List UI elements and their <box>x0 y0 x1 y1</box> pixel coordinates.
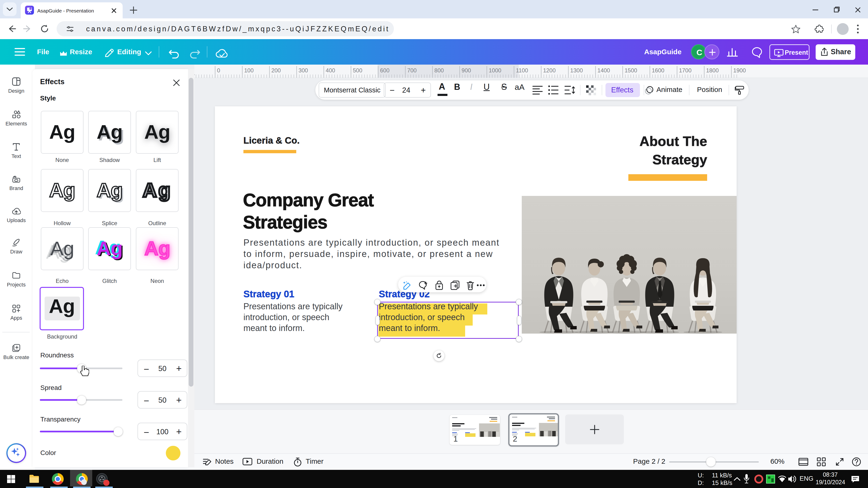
svg-text:1600: 1600 <box>652 67 664 73</box>
svg-text:500: 500 <box>353 67 362 73</box>
svg-text:1100: 1100 <box>516 67 528 73</box>
svg-text:900: 900 <box>462 67 471 73</box>
svg-text:0: 0 <box>217 67 220 73</box>
svg-text:1900: 1900 <box>733 67 746 73</box>
svg-text:100: 100 <box>244 67 253 73</box>
svg-text:800: 800 <box>434 67 444 73</box>
svg-text:1700: 1700 <box>679 67 691 73</box>
svg-text:1000: 1000 <box>489 67 501 73</box>
svg-text:700: 700 <box>407 67 416 73</box>
svg-text:1500: 1500 <box>625 67 637 73</box>
svg-text:300: 300 <box>299 67 308 73</box>
svg-text:1400: 1400 <box>597 67 610 73</box>
svg-text:1800: 1800 <box>706 67 719 73</box>
svg-text:1300: 1300 <box>570 67 583 73</box>
svg-text:200: 200 <box>271 67 281 73</box>
svg-text:1200: 1200 <box>543 67 555 73</box>
svg-text:400: 400 <box>326 67 335 73</box>
svg-text:600: 600 <box>380 67 390 73</box>
